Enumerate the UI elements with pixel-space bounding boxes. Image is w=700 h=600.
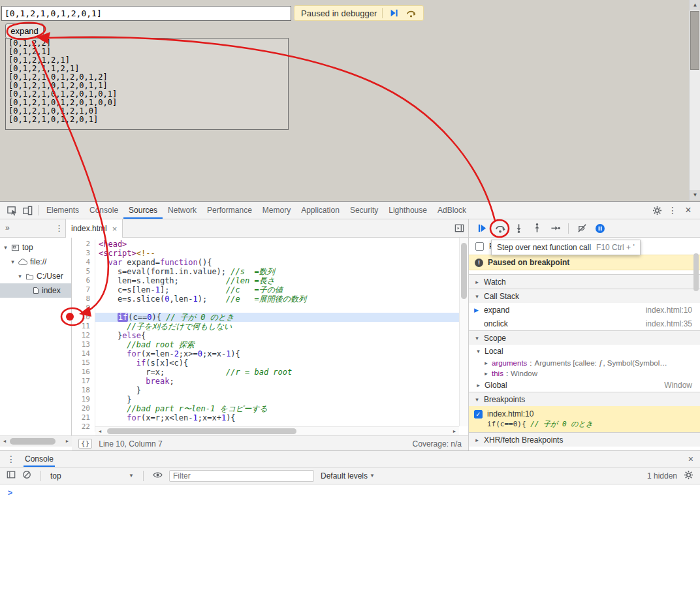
tab-network[interactable]: Network	[163, 202, 202, 219]
resume-button[interactable]	[474, 221, 490, 236]
watch-section-header[interactable]: ▸ Watch	[469, 274, 700, 289]
deactivate-breakpoints-button[interactable]	[574, 221, 590, 236]
page-scrollbar[interactable]: ▲ ▼	[689, 0, 700, 200]
call-stack-frame[interactable]: onclickindex.html:35	[469, 317, 700, 330]
tree-caret-icon[interactable]: ▾	[17, 273, 23, 279]
more-panes-button[interactable]: »	[5, 223, 10, 232]
tab-application[interactable]: Application	[296, 202, 345, 219]
step-into-button[interactable]	[511, 221, 526, 236]
scope-entry[interactable]: ▸arguments: Arguments [callee: ƒ, Symbol…	[469, 358, 700, 368]
tab-memory[interactable]: Memory	[257, 202, 296, 219]
expand-button[interactable]: expand	[5, 24, 44, 39]
tab-security[interactable]: Security	[345, 202, 383, 219]
code-line[interactable]: 9	[72, 304, 459, 313]
line-number[interactable]: 14	[72, 349, 95, 358]
line-number[interactable]: 4	[72, 258, 95, 267]
file-tab-index-html[interactable]: index.html ×	[65, 219, 123, 238]
devtools-settings-button[interactable]	[649, 202, 665, 218]
scroll-thumb[interactable]	[461, 243, 467, 299]
scope-local-row[interactable]: ▾ Local	[469, 345, 700, 358]
code-line[interactable]: 14 for(x=len-2;x>=0;x=x-1){	[72, 349, 459, 358]
scroll-left-button[interactable]: ◄	[95, 427, 104, 435]
line-number[interactable]: 9	[72, 304, 95, 313]
pause-on-exceptions-button[interactable]	[592, 221, 608, 236]
scroll-thumb[interactable]	[690, 11, 699, 70]
device-toolbar-button[interactable]	[20, 202, 35, 218]
code-line[interactable]: 15 if(s[x]<c){	[72, 358, 459, 368]
scroll-right-button[interactable]: ►	[63, 436, 72, 447]
sequence-input[interactable]	[1, 6, 291, 21]
code-line[interactable]: 7 c=s[len-1]; //c =子の値	[72, 285, 459, 294]
line-number[interactable]: 22	[72, 422, 95, 432]
editor-hscrollbar[interactable]: ◄ ►	[95, 426, 459, 435]
drawer-menu-button[interactable]: ⋮	[7, 454, 16, 464]
live-expression-button[interactable]	[153, 470, 163, 482]
console-filter-input[interactable]	[169, 470, 314, 482]
line-number[interactable]: 12	[72, 331, 95, 340]
tree-caret-icon[interactable]: ▸	[483, 360, 489, 366]
line-number[interactable]: 15	[72, 358, 95, 368]
line-number[interactable]: 21	[72, 413, 95, 422]
pretty-print-button[interactable]: {}	[78, 439, 92, 449]
tab-sources[interactable]: Sources	[123, 202, 163, 219]
code-line[interactable]: 12 }else{	[72, 331, 459, 340]
navigator-item-top[interactable]: ▾top	[0, 240, 71, 255]
console-sidebar-button[interactable]	[7, 470, 16, 481]
navigator-toggle-button[interactable]	[454, 223, 464, 235]
context-selector[interactable]: top ▼	[50, 471, 134, 481]
devtools-more-options-button[interactable]: ⋮	[665, 202, 680, 218]
console-settings-button[interactable]	[684, 470, 693, 482]
scope-section-header[interactable]: ▾ Scope	[469, 330, 700, 345]
tree-caret-icon[interactable]: ▸	[483, 370, 489, 377]
line-number[interactable]: 18	[72, 386, 95, 395]
code-line[interactable]: 4 var expand=function(){	[72, 258, 459, 267]
banner-step-over-button[interactable]	[405, 7, 417, 19]
xhr-breakpoints-section-header[interactable]: ▸ XHR/fetch Breakpoints	[469, 432, 700, 447]
inspect-element-button[interactable]	[4, 202, 20, 218]
step-button[interactable]	[547, 221, 563, 236]
code-line[interactable]: 18 }	[72, 386, 459, 395]
file-tab-close-icon[interactable]: ×	[112, 224, 118, 234]
line-number[interactable]: 7	[72, 285, 95, 294]
drawer-close-button[interactable]: ×	[688, 454, 693, 464]
scroll-thumb[interactable]	[107, 428, 296, 434]
line-number[interactable]: 20	[72, 404, 95, 413]
call-stack-section-header[interactable]: ▾ Call Stack	[469, 289, 700, 303]
line-number[interactable]: 17	[72, 377, 95, 386]
breakpoint-checkbox[interactable]: ✓	[474, 410, 483, 418]
code-line[interactable]: 16 r=x; //r = bad root	[72, 368, 459, 377]
line-number[interactable]: 3	[72, 249, 95, 258]
line-number[interactable]: 13	[72, 340, 95, 349]
sidebar-scroll-thumb[interactable]	[693, 253, 699, 291]
clear-console-button[interactable]	[22, 470, 31, 481]
line-number[interactable]: 19	[72, 395, 95, 404]
code-line[interactable]: 20 //bad part r〜len-1 をコピーする	[72, 404, 459, 413]
code-line[interactable]: 21 for(x=r;x<len-1;x=x+1){	[72, 413, 459, 422]
scroll-up-button[interactable]: ▲	[690, 0, 700, 10]
scroll-thumb[interactable]	[10, 438, 56, 445]
console-prompt[interactable]: >	[0, 484, 700, 497]
code-line[interactable]: 19 }	[72, 395, 459, 404]
tab-console-drawer[interactable]: Console	[24, 452, 55, 467]
line-number[interactable]: 8	[72, 294, 95, 304]
scroll-left-button[interactable]: ◄	[0, 436, 9, 447]
breakpoint-item[interactable]: ✓index.html:10if(c==0){ // 子が 0 のとき	[469, 406, 700, 432]
navigator-hscrollbar[interactable]: ◄ ►	[0, 435, 72, 447]
navigator-item-index[interactable]: index	[0, 283, 71, 298]
tab-adblock[interactable]: AdBlock	[432, 202, 471, 219]
tab-console[interactable]: Console	[84, 202, 123, 219]
sources-menu-button[interactable]: ⋮	[55, 223, 63, 233]
code-line[interactable]: 10 if(c==0){ // 子が 0 のとき	[72, 313, 459, 322]
line-number[interactable]: 10	[72, 313, 95, 322]
line-number[interactable]: 16	[72, 368, 95, 377]
breakpoints-section-header[interactable]: ▾ Breakpoints	[469, 392, 700, 406]
pause-on-caught-checkbox[interactable]	[475, 242, 484, 251]
devtools-close-button[interactable]: ×	[680, 202, 696, 218]
navigator-item-c-user[interactable]: ▾C:/User	[0, 269, 71, 283]
tab-performance[interactable]: Performance	[202, 202, 257, 219]
scroll-right-button[interactable]: ►	[450, 427, 459, 435]
code-line[interactable]: 5 s=eval(form1.in.value); //s =数列	[72, 267, 459, 276]
code-line[interactable]: 17 break;	[72, 377, 459, 386]
output-textarea[interactable]: [0,1,2,2] [0,1,2,1] [0,1,2,1,2,1] [0,1,2…	[5, 38, 289, 130]
code-line[interactable]: 6 len=s.length; //len =長さ	[72, 276, 459, 285]
